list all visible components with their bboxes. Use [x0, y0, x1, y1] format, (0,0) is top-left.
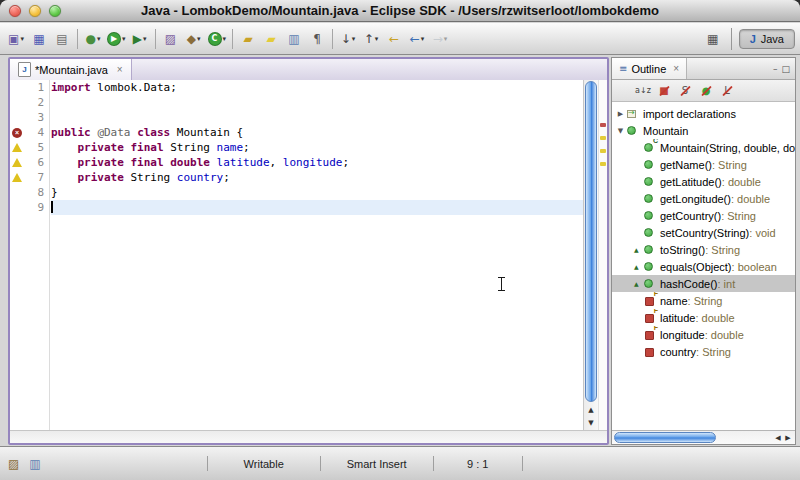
- titlebar[interactable]: Java - LombokDemo/Mountain.java - Eclips…: [0, 0, 800, 22]
- outline-item-getname[interactable]: getName() : String: [612, 156, 795, 173]
- marker-slot: [10, 140, 24, 155]
- code-line-9[interactable]: [51, 200, 583, 215]
- expanded-expander-icon[interactable]: ▼: [615, 127, 626, 135]
- outline-item-tostring[interactable]: ▲toString() : String: [612, 241, 795, 258]
- code-line-7[interactable]: private String country;: [51, 170, 583, 185]
- run-button[interactable]: ▶▾: [105, 27, 128, 51]
- minimize-window-button[interactable]: [29, 5, 41, 17]
- previous-annotation-button[interactable]: ↑▾: [360, 27, 382, 51]
- annotation-ruler[interactable]: ×: [10, 80, 24, 430]
- hide-fields-button[interactable]: ■: [655, 82, 673, 100]
- next-annotation-button[interactable]: ↓▾: [337, 27, 359, 51]
- error-marker-icon[interactable]: ×: [12, 128, 22, 138]
- minimize-view-icon[interactable]: –: [773, 64, 778, 74]
- warning-marker-icon[interactable]: [12, 143, 22, 152]
- new-java-class-button[interactable]: C▾: [206, 27, 229, 51]
- code-line-6[interactable]: private final double latitude, longitude…: [51, 155, 583, 170]
- outline-horizontal-scrollbar[interactable]: ◀ ▶: [612, 430, 795, 444]
- outline-item-equals-object[interactable]: ▲equals(Object) : boolean: [612, 258, 795, 275]
- debug-button[interactable]: ●▾: [82, 27, 104, 51]
- toggle-mark-occurrences-button[interactable]: ▰: [260, 27, 282, 51]
- warning-overview-tick[interactable]: [600, 136, 606, 140]
- back-history-dropdown-icon[interactable]: ▾: [421, 35, 425, 43]
- debug-dropdown-icon[interactable]: ▾: [97, 35, 101, 43]
- outline-item-mountain-string-double-double[interactable]: Mountain(String, double, double): [612, 139, 795, 156]
- show-whitespace-button[interactable]: ¶: [306, 27, 328, 51]
- code-line-8[interactable]: }: [51, 185, 583, 200]
- outline-scrollbar-thumb[interactable]: [614, 432, 716, 443]
- previous-annotation-dropdown-icon[interactable]: ▾: [375, 35, 379, 43]
- outline-item-country[interactable]: country : String: [612, 343, 795, 360]
- code-line-3[interactable]: [51, 110, 583, 125]
- editor-tab-mountain-java[interactable]: J *Mountain.java ×: [10, 59, 132, 80]
- outline-item-mountain[interactable]: ▼Mountain: [612, 122, 795, 139]
- marker-slot: [10, 80, 24, 95]
- eclipse-window: { "window": { "title": "Java - LombokDem…: [0, 0, 800, 480]
- run-external-tools-button[interactable]: ▶▾: [129, 27, 151, 51]
- new-wizard-button[interactable]: ▣▾: [5, 27, 27, 51]
- run-dropdown-icon[interactable]: ▾: [122, 35, 126, 43]
- outline-tab[interactable]: ≡ Outline ×: [612, 58, 687, 79]
- outline-item-getcountry[interactable]: getCountry() : String: [612, 207, 795, 224]
- editor-body[interactable]: × 123456789 import lombok.Data;public @D…: [10, 80, 607, 443]
- warning-overview-tick[interactable]: [600, 162, 606, 166]
- outline-item-getlatitude[interactable]: getLatitude() : double: [612, 173, 795, 190]
- scroll-down-icon[interactable]: ▼: [588, 417, 593, 430]
- warning-overview-tick[interactable]: [600, 149, 606, 153]
- error-overview-tick[interactable]: [600, 123, 606, 127]
- overview-ruler[interactable]: [598, 80, 607, 430]
- save-button[interactable]: ▦: [28, 27, 50, 51]
- outline-item-import-declarations[interactable]: ▶import declarations: [612, 105, 795, 122]
- close-window-button[interactable]: [9, 5, 21, 17]
- toolbar-separator: [77, 29, 78, 49]
- new-wizard-dropdown-icon[interactable]: ▾: [20, 35, 24, 43]
- new-java-project-button[interactable]: ▨: [160, 27, 182, 51]
- code-line-4[interactable]: public @Data class Mountain {: [51, 125, 583, 140]
- close-outline-view-icon[interactable]: ×: [673, 63, 679, 74]
- outline-item-hashcode[interactable]: ▲hashCode() : int: [612, 275, 795, 292]
- outline-item-getlongitude[interactable]: getLongitude() : double: [612, 190, 795, 207]
- new-java-class-dropdown-icon[interactable]: ▾: [223, 35, 227, 43]
- scroll-left-icon[interactable]: ◀: [773, 434, 783, 442]
- pin-editor-icon[interactable]: ▥: [29, 457, 40, 471]
- outline-item-longitude[interactable]: longitude : double: [612, 326, 795, 343]
- save-icon: ▦: [33, 33, 44, 45]
- run-external-tools-dropdown-icon[interactable]: ▾: [143, 35, 147, 43]
- code-line-1[interactable]: import lombok.Data;: [51, 80, 583, 95]
- open-perspective-button[interactable]: ▦: [702, 27, 724, 51]
- print-button[interactable]: ▤: [51, 27, 73, 51]
- collapsed-expander-icon[interactable]: ▶: [615, 110, 626, 118]
- close-editor-tab-icon[interactable]: ×: [117, 64, 123, 75]
- vertical-scrollbar-thumb[interactable]: [585, 81, 597, 402]
- back-history-button[interactable]: ←▾: [406, 27, 428, 51]
- last-edit-location-button[interactable]: ←: [383, 27, 405, 51]
- hide-static-members-button[interactable]: S: [676, 82, 694, 100]
- hide-non-public-members-button[interactable]: ●: [697, 82, 715, 100]
- scroll-up-icon[interactable]: ▲: [588, 404, 593, 417]
- show-selected-element-only-button[interactable]: ▥: [283, 27, 305, 51]
- fast-view-icon[interactable]: ▨: [8, 457, 19, 471]
- new-java-package-dropdown-icon[interactable]: ▾: [197, 35, 201, 43]
- warning-marker-icon[interactable]: [12, 158, 22, 167]
- code-token: private final double: [78, 156, 210, 169]
- maximize-view-icon[interactable]: □: [781, 64, 790, 74]
- outline-item-name[interactable]: name : String: [612, 292, 795, 309]
- java-perspective-button[interactable]: J Java: [739, 29, 795, 49]
- new-java-package-button[interactable]: ◆▾: [183, 27, 205, 51]
- outline-item-latitude[interactable]: latitude : double: [612, 309, 795, 326]
- code-line-5[interactable]: private final String name;: [51, 140, 583, 155]
- sort-icon: a↓z: [635, 87, 651, 95]
- outline-item-setcountry-string[interactable]: setCountry(String) : void: [612, 224, 795, 241]
- outline-item-label: setCountry(String): [660, 227, 749, 239]
- editor-vertical-scrollbar[interactable]: ▲ ▼: [583, 80, 598, 430]
- next-annotation-dropdown-icon[interactable]: ▾: [352, 35, 356, 43]
- code-area[interactable]: import lombok.Data;public @Data class Mo…: [51, 80, 583, 430]
- search-button[interactable]: ▰: [237, 27, 259, 51]
- sort-button[interactable]: a↓z: [634, 82, 652, 100]
- warning-marker-icon[interactable]: [12, 173, 22, 182]
- editor-horizontal-scrollbar[interactable]: [10, 430, 607, 443]
- forward-history-dropdown-icon[interactable]: ▾: [444, 35, 448, 43]
- code-line-2[interactable]: [51, 95, 583, 110]
- scroll-right-icon[interactable]: ▶: [783, 434, 793, 442]
- hide-local-types-button[interactable]: L: [718, 82, 736, 100]
